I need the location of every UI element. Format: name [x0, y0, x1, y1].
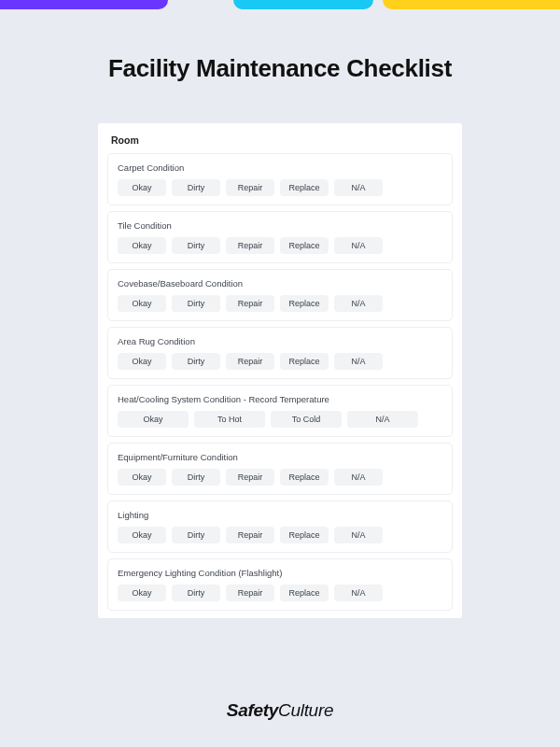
option-button[interactable]: Repair — [226, 353, 274, 370]
option-row: OkayTo HotTo ColdN/A — [118, 411, 442, 428]
option-button[interactable]: N/A — [334, 295, 383, 312]
option-row: OkayDirtyRepairReplaceN/A — [118, 469, 442, 486]
option-button[interactable]: Okay — [118, 179, 166, 196]
option-button[interactable]: Dirty — [172, 469, 220, 486]
option-row: OkayDirtyRepairReplaceN/A — [118, 179, 442, 196]
option-button[interactable]: Okay — [118, 469, 166, 486]
stripe-yellow — [383, 0, 560, 9]
section-label: Room — [107, 133, 453, 153]
checklist-item: Covebase/Baseboard ConditionOkayDirtyRep… — [107, 269, 453, 321]
option-row: OkayDirtyRepairReplaceN/A — [118, 237, 442, 254]
option-button[interactable]: Dirty — [172, 527, 220, 543]
option-row: OkayDirtyRepairReplaceN/A — [118, 527, 442, 543]
option-button[interactable]: Repair — [226, 527, 274, 543]
option-button[interactable]: N/A — [334, 179, 383, 196]
option-button[interactable]: Replace — [280, 469, 329, 486]
item-label: Carpet Condition — [118, 162, 442, 173]
option-button[interactable]: Repair — [226, 585, 274, 601]
option-button[interactable]: Okay — [118, 295, 166, 312]
option-button[interactable]: N/A — [334, 237, 383, 254]
option-button[interactable]: N/A — [334, 469, 383, 486]
option-button[interactable]: Repair — [226, 295, 274, 312]
stripe-cyan — [233, 0, 373, 9]
item-label: Tile Condition — [118, 220, 442, 231]
checklist-item: Equipment/Furniture ConditionOkayDirtyRe… — [107, 443, 453, 495]
option-button[interactable]: To Cold — [271, 411, 342, 428]
brand-bold: Safety — [227, 700, 278, 720]
page-title: Facility Maintenance Checklist — [0, 54, 560, 83]
option-button[interactable]: Okay — [118, 237, 166, 254]
option-button[interactable]: Replace — [280, 237, 329, 254]
checklist-card: Room Carpet ConditionOkayDirtyRepairRepl… — [98, 123, 462, 618]
checklist-item: Tile ConditionOkayDirtyRepairReplaceN/A — [107, 211, 453, 263]
checklist-item: Emergency Lighting Condition (Flashlight… — [107, 558, 453, 611]
stripe-gap — [373, 0, 383, 9]
option-row: OkayDirtyRepairReplaceN/A — [118, 353, 442, 370]
option-button[interactable]: Dirty — [172, 179, 220, 196]
option-row: OkayDirtyRepairReplaceN/A — [118, 295, 442, 312]
option-button[interactable]: N/A — [347, 411, 418, 428]
checklist-item: Area Rug ConditionOkayDirtyRepairReplace… — [107, 327, 453, 379]
checklist-item: LightingOkayDirtyRepairReplaceN/A — [107, 500, 453, 553]
brand-light: Culture — [278, 700, 333, 720]
brand-logo: SafetyCulture — [0, 700, 560, 721]
checklist-item: Heat/Cooling System Condition - Record T… — [107, 385, 453, 437]
option-row: OkayDirtyRepairReplaceN/A — [118, 585, 442, 601]
item-label: Emergency Lighting Condition (Flashlight… — [118, 568, 442, 578]
option-button[interactable]: Replace — [280, 179, 329, 196]
item-label: Heat/Cooling System Condition - Record T… — [118, 394, 442, 404]
option-button[interactable]: Okay — [118, 411, 189, 428]
item-label: Equipment/Furniture Condition — [118, 452, 442, 462]
option-button[interactable]: Okay — [118, 585, 166, 601]
option-button[interactable]: Replace — [280, 353, 329, 370]
item-label: Lighting — [118, 510, 442, 520]
option-button[interactable]: Okay — [118, 353, 166, 370]
option-button[interactable]: To Hot — [194, 411, 265, 428]
item-label: Area Rug Condition — [118, 336, 442, 346]
option-button[interactable]: Repair — [226, 179, 274, 196]
top-accent-stripe — [0, 0, 560, 9]
option-button[interactable]: N/A — [334, 585, 383, 601]
stripe-gap — [168, 0, 233, 9]
option-button[interactable]: Okay — [118, 527, 166, 543]
option-button[interactable]: Repair — [226, 469, 274, 486]
option-button[interactable]: N/A — [334, 353, 383, 370]
option-button[interactable]: Replace — [280, 295, 329, 312]
option-button[interactable]: N/A — [334, 527, 383, 543]
item-label: Covebase/Baseboard Condition — [118, 278, 442, 289]
option-button[interactable]: Dirty — [172, 585, 220, 601]
option-button[interactable]: Replace — [280, 585, 329, 601]
option-button[interactable]: Repair — [226, 237, 274, 254]
option-button[interactable]: Dirty — [172, 237, 220, 254]
checklist-item: Carpet ConditionOkayDirtyRepairReplaceN/… — [107, 153, 453, 205]
stripe-purple — [0, 0, 168, 9]
option-button[interactable]: Dirty — [172, 295, 220, 312]
option-button[interactable]: Replace — [280, 527, 329, 543]
option-button[interactable]: Dirty — [172, 353, 220, 370]
